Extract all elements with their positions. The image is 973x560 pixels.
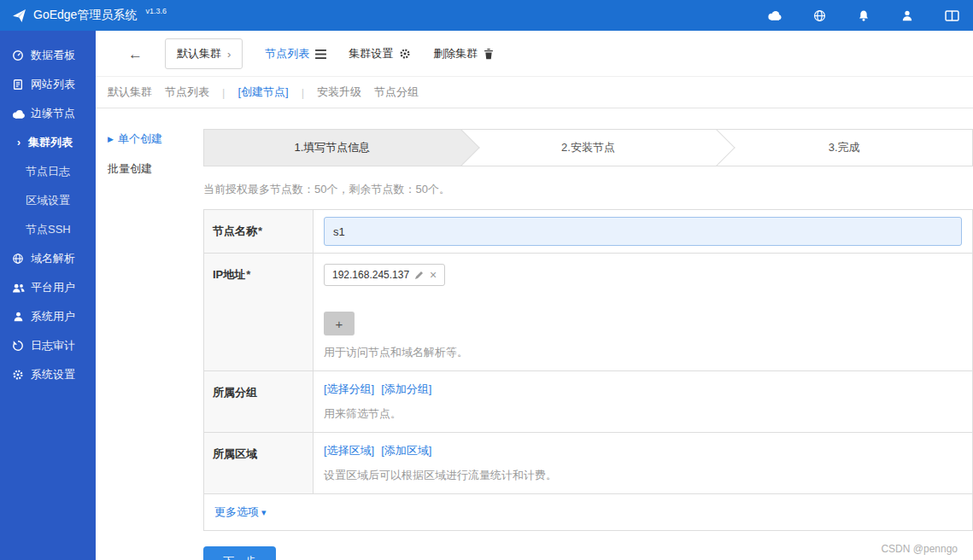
ip-address-tag: 192.168.245.137 × <box>324 264 445 286</box>
trash-icon <box>484 49 494 60</box>
remove-ip-icon[interactable]: × <box>430 269 437 281</box>
bell-icon[interactable] <box>858 9 870 22</box>
user-icon[interactable] <box>901 9 913 22</box>
more-options-link[interactable]: 更多选项▾ <box>214 505 267 518</box>
create-node-panel: 1.填写节点信息 2.安装节点 3.完成 当前授权最多节点数：50个，剩余节点数… <box>203 120 973 560</box>
tab-label: 节点列表 <box>265 46 309 61</box>
select-region-link[interactable]: [选择区域] <box>324 443 374 458</box>
form-row-group: 所属分组 [选择分组] [添加分组] 用来筛选节点。 <box>204 371 972 433</box>
sidebar-item-system-settings[interactable]: 系统设置 <box>0 360 96 389</box>
back-button[interactable]: ← <box>128 47 143 61</box>
sidebar-item-node-logs[interactable]: 节点日志 <box>0 157 96 186</box>
sidebar-item-edge-nodes[interactable]: 边缘节点 <box>0 99 96 128</box>
tabbar: ← 默认集群 › 节点列表 集群设置 删除集群 <box>96 31 973 77</box>
goedge-admin-app: GoEdge管理员系统 v1.3.6 数据看 <box>0 0 973 560</box>
node-name-input[interactable] <box>324 217 962 246</box>
form-row-node-name: 节点名称* <box>204 210 972 254</box>
tab-label: 删除集群 <box>433 46 478 61</box>
wizard-step-2: 2.安装节点 <box>460 130 717 166</box>
form-row-region: 所属区域 [选择区域] [添加区域] 设置区域后可以根据区域进行流量统计和计费。 <box>204 433 972 494</box>
tab-default-cluster[interactable]: 默认集群 › <box>165 38 243 69</box>
breadcrumb: 默认集群 节点列表 | [创建节点] | 安装升级 节点分组 <box>96 77 973 108</box>
sidebar-item-dns[interactable]: 域名解析 <box>0 244 96 273</box>
tab-node-list[interactable]: 节点列表 <box>265 46 326 61</box>
breadcrumb-install-upgrade[interactable]: 安装升级 <box>317 85 361 100</box>
subnav-item-single-create[interactable]: ▶ 单个创建 <box>108 131 203 147</box>
audit-icon <box>11 340 25 352</box>
sidebar-item-label: 区域设置 <box>26 193 70 208</box>
tab-cluster-settings[interactable]: 集群设置 <box>349 46 411 61</box>
step-label: 3.完成 <box>829 140 860 155</box>
breadcrumb-separator: | <box>302 86 304 99</box>
ip-help-text: 用于访问节点和域名解析等。 <box>324 345 962 360</box>
field-label: 所属分组 <box>204 371 314 432</box>
triangle-marker-icon: ▶ <box>108 135 114 143</box>
topbar: GoEdge管理员系统 v1.3.6 <box>0 0 973 31</box>
sidebar-item-node-ssh[interactable]: 节点SSH <box>0 215 96 244</box>
chevron-down-icon: ▾ <box>261 507 267 517</box>
step-label: 1.填写节点信息 <box>294 140 370 155</box>
create-mode-nav: ▶ 单个创建 批量创建 <box>108 120 203 560</box>
breadcrumb-separator: | <box>222 86 225 99</box>
sidebar-item-dashboard[interactable]: 数据看板 <box>0 41 96 70</box>
next-step-button[interactable]: 下一步 <box>203 546 276 560</box>
watermark: CSDN @penngo <box>881 543 958 555</box>
app-title: GoEdge管理员系统 <box>33 8 137 23</box>
sidebar-item-system-users[interactable]: 系统用户 <box>0 302 96 331</box>
subnav-item-batch-create[interactable]: 批量创建 <box>108 161 203 177</box>
system-users-icon <box>11 311 25 323</box>
ip-address-value: 192.168.245.137 <box>332 269 409 281</box>
dashboard-icon <box>11 50 25 61</box>
dns-icon <box>11 253 25 265</box>
website-list-icon <box>11 79 25 90</box>
add-group-link[interactable]: [添加分组] <box>381 382 431 397</box>
active-marker: › <box>17 137 21 149</box>
step-label: 2.安装节点 <box>561 140 615 155</box>
wizard-steps: 1.填写节点信息 2.安装节点 3.完成 <box>203 129 973 166</box>
breadcrumb-cluster[interactable]: 默认集群 <box>108 85 152 100</box>
list-icon <box>315 50 326 59</box>
sidebar-item-audit-logs[interactable]: 日志审计 <box>0 331 96 360</box>
app-version: v1.3.6 <box>145 7 167 15</box>
chevron-right-icon: › <box>227 48 231 61</box>
sidebar-item-label: 网站列表 <box>31 77 75 92</box>
sidebar-item-label: 数据看板 <box>31 48 75 63</box>
gear-icon <box>399 48 411 60</box>
globe-icon[interactable] <box>813 9 826 22</box>
select-group-link[interactable]: [选择分组] <box>324 382 374 397</box>
form-row-more-options: 更多选项▾ <box>204 494 972 530</box>
sidebar-item-label: 日志审计 <box>31 338 75 353</box>
tab-label: 集群设置 <box>349 46 393 61</box>
content: ▶ 单个创建 批量创建 1.填写节点信息 2.安装 <box>96 108 973 560</box>
sidebar-item-label: 系统用户 <box>31 309 75 324</box>
sidebar-item-platform-users[interactable]: 平台用户 <box>0 273 96 302</box>
edge-node-icon <box>11 109 25 119</box>
required-asterisk: * <box>246 268 250 281</box>
main-area: ← 默认集群 › 节点列表 集群设置 删除集群 <box>96 31 973 560</box>
sidebar-item-region-settings[interactable]: 区域设置 <box>0 186 96 215</box>
cloud-icon[interactable] <box>767 10 782 20</box>
subnav-label: 单个创建 <box>118 131 162 147</box>
tab-label: 默认集群 <box>177 46 221 61</box>
breadcrumb-create-node[interactable]: [创建节点] <box>237 85 288 100</box>
edit-pencil-icon[interactable] <box>415 271 424 279</box>
ime-keyboard-icon[interactable] <box>945 10 959 21</box>
add-region-link[interactable]: [添加区域] <box>381 443 431 458</box>
subnav-label: 批量创建 <box>108 161 152 177</box>
field-label: 节点名称* <box>204 210 314 253</box>
add-ip-button[interactable]: + <box>324 312 355 335</box>
required-asterisk: * <box>258 225 262 237</box>
brand: GoEdge管理员系统 v1.3.6 <box>12 8 167 23</box>
sidebar-item-website-list[interactable]: 网站列表 <box>0 70 96 99</box>
sidebar-item-cluster-list[interactable]: › 集群列表 <box>0 128 96 157</box>
sidebar-item-label: 域名解析 <box>31 251 75 266</box>
sidebar: 数据看板 网站列表 边缘节点 › 集群列表 节点日志 区域设置 节点SSH <box>0 31 96 560</box>
tab-delete-cluster[interactable]: 删除集群 <box>433 46 494 61</box>
breadcrumb-node-group[interactable]: 节点分组 <box>374 85 419 100</box>
sidebar-item-label: 集群列表 <box>28 135 73 150</box>
breadcrumb-node-list[interactable]: 节点列表 <box>165 85 209 100</box>
wizard-step-1: 1.填写节点信息 <box>204 130 460 166</box>
field-label: IP地址* <box>204 254 314 370</box>
region-help-text: 设置区域后可以根据区域进行流量统计和计费。 <box>324 468 962 483</box>
sidebar-item-label: 边缘节点 <box>31 106 75 121</box>
